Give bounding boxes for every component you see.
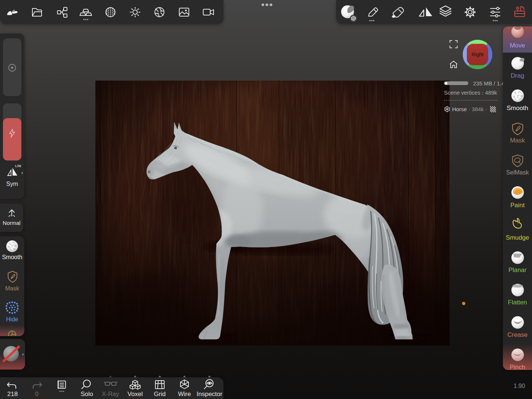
svg-text:Right: Right bbox=[472, 52, 484, 57]
